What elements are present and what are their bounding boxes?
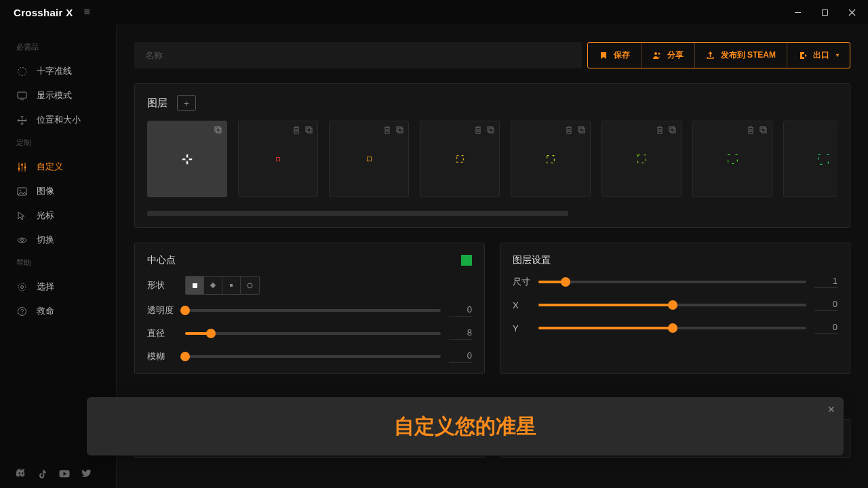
sidebar-item-display[interactable]: 显示模式 — [0, 83, 116, 108]
banner-text: 自定义您的准星 — [394, 413, 536, 441]
layer-card[interactable] — [511, 121, 591, 197]
shape-square-button[interactable] — [186, 277, 204, 294]
size-label: 尺寸 — [513, 276, 530, 288]
svg-point-18 — [18, 307, 26, 315]
diameter-label: 直径 — [147, 327, 177, 340]
trash-icon[interactable] — [747, 125, 755, 136]
copy-icon[interactable] — [214, 125, 222, 136]
tiktok-icon[interactable] — [37, 468, 49, 480]
trash-icon[interactable] — [474, 125, 482, 136]
y-label: Y — [513, 323, 530, 333]
social-links — [0, 460, 116, 488]
sidebar-item-help[interactable]: 救命 — [0, 299, 116, 323]
svg-point-4 — [18, 67, 26, 75]
y-slider[interactable] — [538, 327, 806, 329]
layer-card[interactable] — [783, 121, 837, 197]
size-value[interactable]: 1 — [814, 276, 837, 288]
sidebar-item-label: 选择 — [37, 281, 54, 293]
layer-card[interactable] — [601, 121, 682, 197]
copy-icon[interactable] — [668, 125, 677, 136]
svg-point-12 — [24, 166, 26, 168]
shape-diamond-button[interactable] — [204, 277, 222, 294]
sidebar-item-label: 十字准线 — [37, 65, 72, 77]
titlebar: Crosshair X ≡ — [0, 0, 868, 24]
share-button[interactable]: 分享 — [642, 43, 695, 68]
x-slider[interactable] — [538, 304, 806, 306]
trash-icon[interactable] — [565, 125, 573, 136]
svg-rect-35 — [489, 128, 494, 133]
action-button-group: 保存 分享 发布到 STEAM 出口▾ — [587, 42, 850, 68]
copy-icon[interactable] — [304, 125, 313, 136]
svg-rect-39 — [547, 155, 555, 163]
y-value[interactable]: 0 — [814, 322, 837, 334]
close-button[interactable] — [838, 0, 865, 24]
shape-dot-button[interactable] — [222, 277, 241, 294]
opacity-value[interactable]: 0 — [449, 304, 472, 317]
save-button[interactable]: 保存 — [588, 43, 642, 68]
blur-value[interactable]: 0 — [449, 350, 472, 363]
move-icon — [16, 115, 27, 125]
monitor-icon — [16, 90, 27, 101]
color-swatch[interactable] — [461, 255, 472, 266]
twitter-icon[interactable] — [80, 468, 92, 480]
layer-settings-title: 图层设置 — [513, 254, 551, 266]
size-slider[interactable] — [538, 281, 806, 283]
export-button[interactable]: 出口▾ — [787, 43, 850, 68]
opacity-slider[interactable] — [185, 309, 441, 312]
copy-icon[interactable] — [395, 125, 404, 136]
help-icon — [16, 306, 27, 317]
sidebar-item-crosshair[interactable]: 十字准线 — [0, 59, 116, 83]
layer-list — [147, 121, 837, 205]
add-layer-button[interactable]: + — [177, 95, 196, 111]
trash-icon[interactable] — [383, 125, 391, 136]
gear-icon — [16, 281, 27, 292]
bookmark-icon — [599, 51, 608, 60]
sidebar-item-cursor[interactable]: 光标 — [0, 203, 116, 228]
sidebar-section-custom: 定制 — [0, 132, 116, 155]
sidebar-item-position[interactable]: 位置和大小 — [0, 108, 116, 132]
sidebar-item-select[interactable]: 选择 — [0, 274, 116, 299]
svg-rect-43 — [760, 127, 765, 131]
sidebar-item-customize[interactable]: 自定义 — [0, 155, 116, 179]
svg-point-11 — [21, 163, 23, 165]
maximize-button[interactable] — [811, 0, 838, 24]
svg-point-21 — [658, 52, 660, 54]
layer-scrollbar[interactable] — [147, 211, 837, 216]
layer-card[interactable] — [147, 121, 227, 197]
diameter-slider[interactable] — [185, 332, 441, 335]
youtube-icon[interactable] — [58, 468, 71, 480]
svg-rect-37 — [578, 127, 583, 131]
sidebar-item-label: 图像 — [37, 185, 54, 197]
crosshair-preview-icon — [181, 153, 193, 165]
banner-close-button[interactable]: ✕ — [827, 404, 835, 415]
discord-icon[interactable] — [15, 468, 27, 480]
layer-card[interactable] — [692, 121, 772, 197]
sidebar-item-image[interactable]: 图像 — [0, 179, 116, 203]
copy-icon[interactable] — [486, 125, 495, 136]
minimize-button[interactable] — [784, 0, 811, 24]
sidebar-item-toggle[interactable]: 切换 — [0, 228, 116, 252]
shape-circle-button[interactable] — [241, 277, 259, 294]
svg-rect-22 — [215, 127, 220, 131]
copy-icon[interactable] — [759, 125, 768, 136]
layer-card[interactable] — [420, 121, 500, 197]
svg-rect-47 — [193, 283, 197, 288]
copy-icon[interactable] — [577, 125, 586, 136]
svg-rect-1 — [822, 9, 827, 15]
eye-icon — [16, 235, 27, 245]
svg-point-15 — [20, 239, 23, 241]
blur-slider[interactable] — [185, 355, 441, 358]
sidebar-item-label: 光标 — [37, 209, 54, 222]
layer-card[interactable] — [329, 121, 409, 197]
trash-icon[interactable] — [656, 125, 664, 136]
diameter-value[interactable]: 8 — [449, 327, 472, 340]
x-value[interactable]: 0 — [814, 299, 837, 311]
sidebar-item-label: 显示模式 — [37, 89, 72, 102]
menu-icon[interactable]: ≡ — [84, 6, 90, 18]
publish-button[interactable]: 发布到 STEAM — [695, 43, 787, 68]
trash-icon[interactable] — [292, 125, 300, 136]
crosshair-name-input[interactable] — [134, 42, 582, 68]
layer-card[interactable] — [238, 121, 318, 197]
crosshair-icon — [16, 66, 27, 77]
svg-point-20 — [654, 52, 657, 55]
